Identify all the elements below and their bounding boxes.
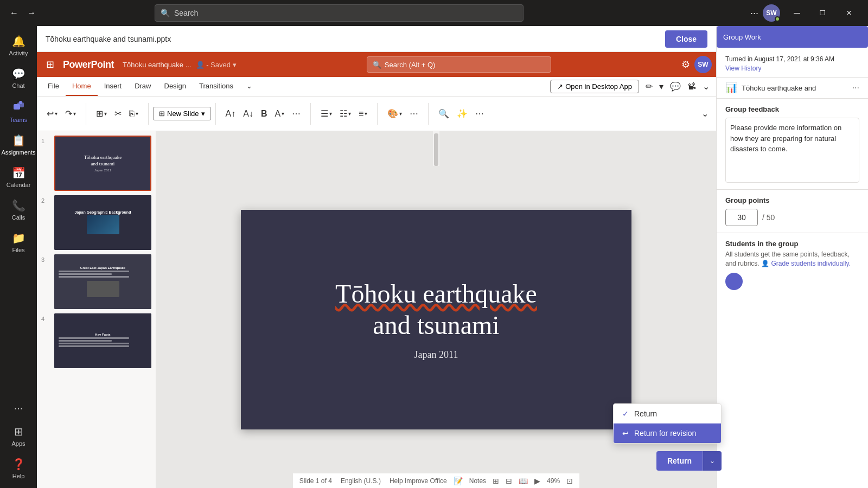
close-button[interactable]: ✕ [837, 4, 861, 22]
ribbon-separator [86, 103, 86, 125]
menu-insert[interactable]: Insert [98, 77, 129, 96]
nav-more-button[interactable]: ··· [10, 397, 28, 419]
numbered-list-button[interactable]: ☷▾ [336, 106, 354, 121]
return-option[interactable]: ✓ Return [614, 404, 721, 423]
menu-design[interactable]: Design [158, 77, 193, 96]
ribbon-undo-group: ↩▾ ↷▾ [41, 106, 81, 121]
ribbon-separator-3 [215, 103, 216, 125]
back-button[interactable]: ← [7, 5, 22, 21]
avatar[interactable]: SW [763, 4, 780, 22]
paste-button[interactable]: ⊞▾ [93, 106, 110, 121]
ppt-toolbar-icons: ✏ ▾ 💬 📽 ⌄ [643, 79, 712, 94]
slide-preview-2[interactable]: Japan Geographic Background [54, 195, 151, 250]
cut-button[interactable]: ✂ [111, 106, 125, 121]
slide-preview-1[interactable]: Tōhoku earthquakeand tsunami Japan 2011 [54, 136, 151, 191]
more-ribbon-button[interactable]: ⋯ [472, 106, 487, 121]
minimize-button[interactable]: — [784, 4, 809, 22]
ppt-search-box[interactable]: 🔍 Search (Alt + Q) [367, 56, 551, 73]
ppt-avatar[interactable]: SW [694, 56, 712, 73]
ribbon-expand-button[interactable]: ⌄ [698, 106, 712, 121]
more-font-button[interactable]: ⋯ [289, 106, 304, 121]
menu-draw[interactable]: Draw [128, 77, 157, 96]
top-search-box[interactable]: 🔍 Search [155, 4, 524, 22]
menu-file[interactable]: File [41, 77, 66, 96]
menu-transitions[interactable]: Transitions [193, 77, 240, 96]
sidebar-item-chat[interactable]: 💬 Chat [2, 63, 35, 93]
sidebar-item-calendar[interactable]: 📅 Calendar [2, 162, 35, 192]
submission-info: Turned in August 17, 2021 at 9:36 AM Vie… [717, 48, 868, 78]
sidebar-item-activity[interactable]: 🔔 Activity [2, 30, 35, 61]
arrange-button[interactable]: ⋯ [406, 106, 422, 121]
forward-button[interactable]: → [24, 5, 39, 21]
ppt-grid-icon[interactable]: ⊞ [41, 56, 59, 73]
comment-button[interactable]: 💬 [668, 79, 683, 94]
turned-in-date: Turned in August 17, 2021 at 9:36 AM [725, 55, 859, 63]
main-layout: 🔔 Activity 💬 Chat Teams 📋 Assignments 📅 … [0, 26, 868, 488]
return-for-revision-option[interactable]: ↩ Return for revision [614, 423, 721, 443]
open-icon: ↗ [557, 82, 563, 91]
sidebar-item-teams[interactable]: Teams [2, 95, 35, 127]
dropdown-icon: ▾ [201, 110, 205, 118]
ai-button[interactable]: ✨ [454, 106, 471, 121]
menu-home[interactable]: Home [66, 77, 98, 96]
redo-button[interactable]: ↷▾ [62, 106, 79, 121]
feedback-text[interactable]: Please provide more information on how t… [725, 118, 859, 183]
chat-icon: 💬 [12, 67, 25, 80]
points-max: / 50 [762, 213, 775, 222]
fit-slide-button[interactable]: ⊡ [566, 477, 573, 485]
font-color-button[interactable]: A▾ [271, 107, 288, 121]
undo-button[interactable]: ↩▾ [43, 106, 61, 121]
slide-sorter-button[interactable]: ⊟ [506, 477, 512, 485]
group-points-section: Group points / 50 [717, 190, 868, 233]
slide-thumb-1[interactable]: 1 Tōhoku earthquakeand tsunami Japan 201… [41, 136, 151, 191]
ppt-search-placeholder: Search (Alt + Q) [385, 61, 436, 69]
open-desktop-button[interactable]: ↗ Open in Desktop App [550, 80, 639, 93]
sidebar-item-help[interactable]: ❓ Help [2, 453, 35, 484]
reading-view-button[interactable]: 📖 [519, 477, 528, 485]
copy-button[interactable]: ⎘▾ [126, 107, 142, 121]
find-button[interactable]: 🔍 [435, 106, 452, 121]
present-button[interactable]: 📽 [685, 80, 698, 94]
file-more-button[interactable]: ··· [852, 83, 859, 93]
pen-dropdown-button[interactable]: ▾ [657, 79, 666, 94]
ppt-settings-icon[interactable]: ⚙ [681, 59, 690, 70]
slide-thumbnail-panel: 1 Tōhoku earthquakeand tsunami Japan 201… [37, 131, 156, 488]
students-label: Students in the group [725, 240, 859, 248]
pen-icon-button[interactable]: ✏ [643, 79, 655, 94]
ribbon-separator-6 [428, 103, 429, 125]
maximize-button[interactable]: ❒ [810, 4, 835, 22]
more-options-button[interactable]: ··· [750, 8, 758, 19]
font-size-up-button[interactable]: A↑ [222, 107, 239, 121]
normal-view-button[interactable]: ⊞ [493, 477, 499, 485]
return-dropdown-button[interactable]: ⌄ [703, 451, 722, 471]
slide-preview-4[interactable]: Key Facts [54, 313, 151, 368]
online-status [775, 16, 780, 22]
points-input[interactable] [725, 209, 758, 226]
bold-button[interactable]: B [258, 107, 271, 121]
slide-thumb-4[interactable]: 4 Key Facts [41, 313, 151, 368]
menu-more[interactable]: ⌄ [240, 77, 259, 96]
shape-button[interactable]: 🎨▾ [384, 106, 405, 121]
slide-preview-3[interactable]: Great East Japan Earthquake [54, 254, 151, 309]
slide-thumb-3[interactable]: 3 Great East Japan Earthquake [41, 254, 151, 309]
sidebar-item-label: Activity [9, 50, 28, 56]
sidebar-item-files[interactable]: 📁 Files [2, 227, 35, 258]
font-size-down-button[interactable]: A↓ [240, 107, 257, 121]
more-button[interactable]: ⌄ [700, 79, 712, 94]
new-slide-button[interactable]: ⊞ New Slide ▾ [153, 107, 211, 120]
sidebar-item-apps[interactable]: ⊞ Apps [2, 421, 35, 451]
view-history-link[interactable]: View History [725, 65, 761, 72]
ppt-top-bar: ⊞ PowerPoint Tōhoku earthquake ... 👤 - S… [37, 52, 716, 77]
student-avatar [725, 273, 743, 290]
sidebar-item-assignments[interactable]: 📋 Assignments [2, 130, 35, 160]
sidebar-item-calls[interactable]: 📞 Calls [2, 195, 35, 225]
present-button[interactable]: ▶ [534, 477, 540, 485]
close-file-button[interactable]: Close [665, 30, 707, 48]
slide-thumb-2[interactable]: 2 Japan Geographic Background [41, 195, 151, 250]
notes-button[interactable]: 📝 [454, 477, 463, 485]
grade-individual-link[interactable]: Grade students individually. [771, 260, 851, 267]
return-main-button[interactable]: Return [656, 451, 703, 471]
slide-canvas: Tōhoku earthquake and tsunami Japan 2011 [241, 210, 631, 429]
bullet-list-button[interactable]: ☰▾ [317, 106, 335, 121]
indent-button[interactable]: ≡▾ [355, 107, 371, 121]
